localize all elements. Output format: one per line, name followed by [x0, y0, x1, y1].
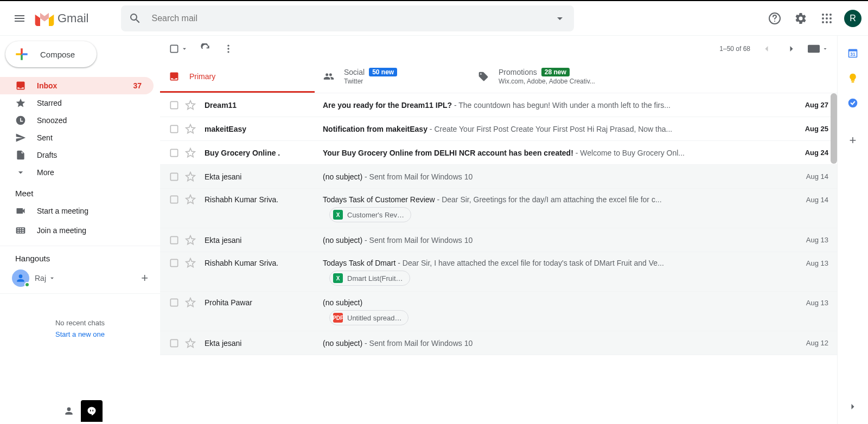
- row-checkbox[interactable]: [169, 124, 180, 134]
- add-app-button[interactable]: +: [850, 133, 857, 147]
- apps-button[interactable]: [816, 8, 838, 29]
- attachment-row: XCustomer's Rev…: [169, 205, 411, 228]
- sidebar-item-starred[interactable]: Starred: [0, 94, 154, 112]
- settings-button[interactable]: [790, 8, 812, 29]
- scrollbar[interactable]: [831, 93, 837, 164]
- select-all-checkbox[interactable]: [169, 43, 188, 54]
- mail-row[interactable]: Dream11Are you ready for the Dream11 IPL…: [160, 93, 837, 117]
- row-star[interactable]: [185, 147, 196, 158]
- mail-body: (no subject): [323, 298, 790, 307]
- row-star[interactable]: [185, 124, 196, 134]
- row-star[interactable]: [185, 100, 196, 111]
- mail-snippet: - Sent from Mail for Windows 10: [362, 339, 473, 348]
- gear-icon: [794, 12, 807, 25]
- row-star[interactable]: [185, 297, 196, 308]
- keep-app-button[interactable]: [847, 73, 858, 83]
- row-star[interactable]: [185, 258, 196, 268]
- hangouts-user[interactable]: Raj +: [0, 266, 160, 290]
- sidebar-item-drafts[interactable]: Drafts: [0, 146, 154, 164]
- search-options-icon[interactable]: [553, 12, 566, 25]
- attachment-chip[interactable]: PDFUntitled spread…: [329, 310, 409, 325]
- new-chat-button[interactable]: +: [141, 271, 148, 285]
- more-button[interactable]: [223, 43, 234, 54]
- next-page-button[interactable]: [783, 40, 800, 57]
- mail-body: (no subject) - Sent from Mail for Window…: [323, 339, 790, 348]
- gmail-logo[interactable]: Gmail: [35, 11, 88, 26]
- mail-body: Your Buy Grocery Online from DELHI NCR a…: [323, 149, 790, 157]
- search-bar[interactable]: [121, 5, 574, 31]
- mail-subject: Todays Task of Customer Review: [323, 195, 435, 204]
- row-checkbox[interactable]: [169, 147, 180, 158]
- sidebar-item-more[interactable]: More: [0, 164, 154, 181]
- gmail-label: Gmail: [58, 11, 88, 25]
- row-checkbox[interactable]: [169, 338, 180, 349]
- search-input[interactable]: [151, 14, 553, 23]
- sidebar-footer-tabs: [0, 400, 160, 424]
- sidebar-item-snoozed[interactable]: Snoozed: [0, 112, 154, 129]
- start-meeting-button[interactable]: Start a meeting: [0, 201, 160, 221]
- sidebar-item-label: Snoozed: [37, 116, 67, 125]
- row-star[interactable]: [185, 235, 196, 246]
- mail-snippet: - Welcome to Buy Grocery Onl...: [573, 149, 685, 157]
- mail-row[interactable]: Prohita Pawar(no subject)Aug 13PDFUntitl…: [160, 292, 837, 331]
- row-star[interactable]: [185, 171, 196, 182]
- sidebar-item-label: Sent: [37, 133, 53, 142]
- header: Gmail R: [0, 1, 868, 36]
- tab-promotions[interactable]: Promotions 28 new Wix.com, Adobe, Adobe …: [469, 62, 624, 93]
- mail-row[interactable]: Ekta jesani(no subject) - Sent from Mail…: [160, 228, 837, 252]
- svg-point-15: [227, 51, 229, 53]
- mail-row[interactable]: Rishabh Kumar Sriva.Todays Task of Custo…: [160, 189, 837, 228]
- mail-row[interactable]: Rishabh Kumar Sriva.Todays Task of Dmart…: [160, 252, 837, 292]
- mail-row[interactable]: Ekta jesani(no subject) - Sent from Mail…: [160, 331, 837, 355]
- row-checkbox[interactable]: [169, 171, 180, 182]
- svg-rect-12: [170, 45, 177, 52]
- mail-row[interactable]: makeitEasyNotification from makeitEasy -…: [160, 117, 837, 141]
- apps-grid-icon: [820, 12, 833, 25]
- sidebar-item-sent[interactable]: Sent: [0, 129, 154, 146]
- mail-row[interactable]: Ekta jesani(no subject) - Sent from Mail…: [160, 165, 837, 189]
- mail-snippet: - Dear Sir, Greetings for the day/I am a…: [435, 195, 662, 204]
- svg-point-10: [826, 21, 828, 23]
- checkbox-icon: [169, 43, 180, 54]
- tab-social[interactable]: Social 50 new Twitter: [315, 62, 469, 93]
- tab-primary[interactable]: Primary: [160, 62, 315, 93]
- calendar-app-button[interactable]: 31: [847, 48, 858, 59]
- row-checkbox[interactable]: [169, 258, 180, 268]
- file-icon: [15, 150, 26, 160]
- row-checkbox[interactable]: [169, 194, 180, 205]
- row-star[interactable]: [185, 338, 196, 349]
- prev-page-button[interactable]: [758, 40, 775, 57]
- refresh-icon: [200, 43, 211, 54]
- start-new-chat-link[interactable]: Start a new one: [0, 329, 160, 341]
- row-checkbox[interactable]: [169, 100, 180, 111]
- support-button[interactable]: [764, 8, 786, 29]
- inbox-icon: [169, 71, 180, 82]
- hangouts-contacts-tab[interactable]: [58, 400, 80, 422]
- join-meeting-button[interactable]: Join a meeting: [0, 221, 160, 240]
- inbox-count: 37: [133, 81, 142, 90]
- account-avatar[interactable]: R: [844, 10, 861, 27]
- svg-rect-18: [170, 125, 177, 132]
- svg-rect-19: [170, 149, 177, 156]
- svg-rect-22: [170, 236, 177, 243]
- mail-list[interactable]: Dream11Are you ready for the Dream11 IPL…: [160, 93, 837, 424]
- sidebar-item-inbox[interactable]: Inbox 37: [0, 77, 154, 94]
- mail-date: Aug 25: [790, 125, 828, 133]
- row-checkbox[interactable]: [169, 297, 180, 308]
- input-tool-button[interactable]: [808, 44, 828, 53]
- attachment-chip[interactable]: XCustomer's Rev…: [329, 207, 411, 222]
- hangouts-chat-tab[interactable]: [81, 400, 103, 422]
- mail-snippet: - Sent from Mail for Windows 10: [362, 172, 473, 181]
- calendar-icon: 31: [847, 48, 858, 59]
- mail-body: Todays Task of Customer Review - Dear Si…: [323, 195, 790, 204]
- attachment-chip[interactable]: XDmart List(Fruit…: [329, 271, 410, 286]
- tasks-app-button[interactable]: [847, 98, 858, 108]
- row-checkbox[interactable]: [169, 235, 180, 246]
- refresh-button[interactable]: [200, 43, 211, 54]
- mail-row[interactable]: Buy Grocery Online .Your Buy Grocery Onl…: [160, 141, 837, 165]
- compose-button[interactable]: Compose: [5, 41, 97, 67]
- mail-sender: Rishabh Kumar Sriva.: [205, 195, 323, 204]
- main-menu-button[interactable]: [7, 5, 33, 31]
- collapse-panel-button[interactable]: [847, 401, 858, 412]
- row-star[interactable]: [185, 194, 196, 205]
